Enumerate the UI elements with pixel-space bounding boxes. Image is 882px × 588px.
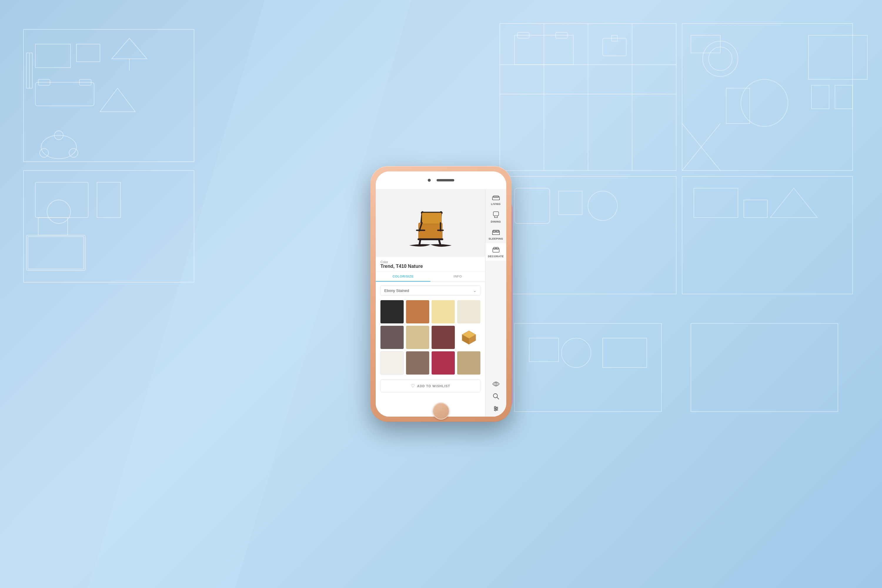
sidebar-item-dining[interactable]: DINING (485, 208, 506, 226)
sleeping-icon (492, 229, 500, 237)
svg-rect-48 (744, 200, 767, 218)
svg-rect-54 (691, 323, 838, 412)
svg-line-81 (497, 216, 498, 218)
svg-rect-85 (493, 231, 495, 232)
sleeping-label: SLEEPING (489, 237, 503, 240)
sidebar-item-living[interactable]: LIVING (485, 191, 506, 208)
svg-rect-24 (682, 24, 853, 171)
phone-speaker (436, 179, 454, 182)
tabs-bar: COLOR/SIZE INFO (376, 272, 485, 282)
svg-point-93 (494, 394, 498, 398)
svg-point-10 (41, 135, 76, 159)
product-image-area (376, 189, 485, 256)
swatch-7[interactable] (432, 326, 455, 349)
wishlist-view-icon[interactable] (492, 381, 500, 389)
swatch-10[interactable] (406, 351, 429, 375)
swatches-grid (380, 300, 480, 375)
phone-camera (428, 179, 431, 182)
filter-sliders-icon[interactable] (493, 405, 499, 414)
svg-rect-19 (38, 218, 68, 235)
living-icon (492, 194, 500, 202)
dining-label: DINING (490, 220, 501, 223)
svg-point-12 (69, 148, 78, 157)
tab-color-size[interactable]: COLOR/SIZE (376, 272, 430, 282)
search-icon[interactable] (493, 393, 499, 401)
svg-point-56 (561, 338, 591, 368)
svg-rect-55 (529, 338, 559, 362)
svg-rect-62 (418, 223, 442, 240)
svg-rect-51 (812, 85, 829, 109)
svg-point-18 (47, 200, 70, 224)
home-button[interactable] (432, 402, 450, 420)
svg-rect-3 (76, 44, 100, 62)
scroll-content: Ebony Stained ⌄ (376, 282, 485, 417)
sidebar-item-decorate[interactable]: DECORATE (485, 243, 506, 261)
svg-point-46 (588, 191, 617, 220)
svg-marker-7 (100, 88, 135, 112)
heart-icon: ♡ (411, 383, 415, 388)
svg-rect-57 (603, 338, 647, 368)
decorate-icon (492, 246, 500, 254)
living-label: LIVING (491, 202, 501, 206)
svg-point-39 (741, 80, 788, 126)
svg-rect-44 (514, 188, 550, 224)
svg-marker-14 (112, 38, 147, 59)
hex-swatch-icon (461, 330, 477, 345)
svg-marker-22 (88, 0, 412, 588)
main-content: Color Trend, T410 Nature COLOR/SIZE INFO… (376, 189, 485, 417)
add-to-wishlist-button[interactable]: ♡ ADD TO WISHLIST (380, 379, 480, 393)
svg-rect-40 (691, 35, 720, 53)
swatch-2[interactable] (406, 300, 429, 323)
swatch-1[interactable] (380, 300, 404, 323)
svg-point-92 (495, 383, 497, 385)
svg-rect-20 (27, 235, 85, 270)
svg-line-94 (497, 397, 499, 399)
app-screen: Color Trend, T410 Nature COLOR/SIZE INFO… (376, 189, 506, 417)
svg-rect-0 (24, 29, 194, 162)
svg-point-100 (495, 410, 496, 411)
svg-rect-16 (35, 182, 88, 218)
swatch-4[interactable] (457, 300, 480, 323)
swatch-12[interactable] (457, 351, 480, 375)
svg-marker-49 (770, 188, 818, 218)
svg-rect-50 (808, 35, 867, 80)
svg-point-98 (494, 406, 496, 408)
sidebar-nav: LIVING DINING (485, 189, 506, 417)
swatch-8-3d[interactable] (457, 326, 480, 349)
chair-image (401, 196, 460, 249)
svg-rect-17 (97, 182, 120, 218)
svg-rect-21 (28, 237, 84, 269)
swatch-11[interactable] (432, 351, 455, 375)
product-info: Color Trend, T410 Nature (376, 256, 485, 272)
color-label: Color (380, 260, 480, 264)
dropdown-value: Ebony Stained (384, 288, 409, 293)
swatch-5[interactable] (380, 326, 404, 349)
wishlist-label: ADD TO WISHLIST (417, 384, 450, 388)
phone-frame: Color Trend, T410 Nature COLOR/SIZE INFO… (370, 166, 512, 422)
dining-icon (492, 212, 500, 220)
phone-top-bar (376, 171, 506, 189)
svg-rect-52 (835, 85, 853, 109)
bottom-nav-icons (492, 381, 500, 417)
svg-rect-86 (496, 231, 499, 232)
svg-rect-1 (24, 171, 194, 282)
sidebar-item-sleeping[interactable]: SLEEPING (485, 226, 506, 243)
finish-dropdown[interactable]: Ebony Stained ⌄ (380, 285, 480, 296)
svg-rect-63 (422, 213, 442, 224)
svg-rect-2 (35, 44, 70, 68)
svg-point-11 (40, 148, 48, 157)
svg-rect-79 (494, 212, 499, 216)
swatch-6[interactable] (406, 326, 429, 349)
phone-screen: Color Trend, T410 Nature COLOR/SIZE INFO… (376, 171, 506, 417)
svg-rect-45 (559, 191, 582, 214)
swatch-9[interactable] (380, 351, 404, 375)
color-name: Trend, T410 Nature (380, 264, 480, 269)
decorate-label: DECORATE (488, 255, 504, 258)
swatch-3[interactable] (432, 300, 455, 323)
svg-rect-47 (694, 188, 738, 218)
svg-rect-4 (35, 82, 94, 106)
tab-info[interactable]: INFO (430, 272, 485, 282)
svg-point-99 (496, 408, 498, 410)
svg-rect-25 (500, 176, 676, 294)
dropdown-arrow-icon: ⌄ (473, 288, 477, 293)
